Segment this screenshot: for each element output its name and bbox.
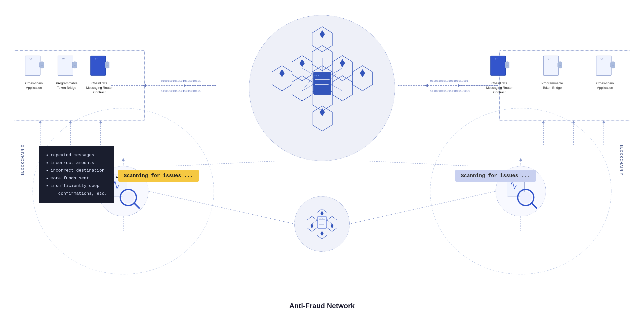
cross-chain-app-left: </> Cross-chain Application xyxy=(20,55,48,90)
blockchain-x-label: BLOCKCHAIN X xyxy=(21,144,24,176)
svg-marker-32 xyxy=(519,158,522,161)
svg-rect-116 xyxy=(543,56,558,75)
svg-text:</>: </> xyxy=(547,58,551,60)
programmable-token-bridge-right-label: Programmable Token Bridge xyxy=(538,81,566,90)
svg-point-126 xyxy=(558,66,562,68)
svg-marker-159 xyxy=(320,231,324,236)
svg-marker-47 xyxy=(292,76,312,101)
cross-chain-app-right: </> Cross-chain Application xyxy=(591,55,619,90)
svg-line-151 xyxy=(532,203,537,208)
issue-item-3: incorrect destination xyxy=(51,167,107,175)
main-title: Anti-Fraud Network xyxy=(289,302,355,310)
blockchain-y-label: BLOCKCHAIN Y xyxy=(620,144,623,175)
svg-line-36 xyxy=(148,191,294,224)
svg-point-82 xyxy=(39,66,44,68)
chainlink-messaging-router-left-label: Chainlink's Messaging Router Contract xyxy=(86,81,113,95)
doc-icon-token-bridge-right: </> xyxy=(542,55,562,79)
svg-line-54 xyxy=(302,78,312,91)
svg-marker-29 xyxy=(122,158,125,161)
svg-text:111001010101011011010101: 111001010101011011010101 xyxy=(161,90,201,93)
svg-rect-94 xyxy=(91,56,106,75)
bottom-center-hex-svg: </> xyxy=(299,201,345,247)
svg-marker-158 xyxy=(331,223,334,228)
svg-point-137 xyxy=(611,66,615,68)
svg-line-39 xyxy=(367,161,470,166)
cross-chain-app-left-label: Cross-chain Application xyxy=(20,81,48,90)
chainlink-messaging-router-right-label: Chainlink's Messaging Router Contract xyxy=(486,81,513,95)
svg-text:</>: </> xyxy=(494,58,498,60)
doc-icon-chainlink-right: </> xyxy=(489,55,509,79)
programmable-token-bridge-left-label: Programmable Token Bridge xyxy=(53,81,80,90)
svg-rect-127 xyxy=(596,56,611,75)
svg-line-144 xyxy=(134,203,139,208)
svg-text:</>: </> xyxy=(600,58,604,60)
svg-line-162 xyxy=(312,220,317,224)
svg-rect-72 xyxy=(25,56,40,75)
doc-icon-token-bridge-left: </> xyxy=(57,55,77,79)
svg-line-38 xyxy=(174,161,277,166)
svg-marker-10 xyxy=(425,84,428,87)
svg-marker-60 xyxy=(360,69,365,77)
svg-marker-45 xyxy=(332,76,352,101)
svg-marker-7 xyxy=(458,84,461,87)
programmable-token-bridge-right: </> Programmable Token Bridge xyxy=(538,55,566,90)
programmable-token-bridge-left: </> Programmable Token Bridge xyxy=(53,55,80,90)
svg-marker-59 xyxy=(320,30,325,38)
doc-icon-chainlink-left: </> xyxy=(89,55,109,79)
svg-text:</>: </> xyxy=(94,58,98,60)
arrow-to-badge xyxy=(106,175,118,180)
svg-marker-61 xyxy=(279,69,285,77)
bottom-center-network-circle: </> xyxy=(294,196,350,252)
svg-marker-62 xyxy=(340,59,345,67)
svg-line-163 xyxy=(327,220,332,224)
svg-rect-105 xyxy=(491,56,506,75)
svg-marker-63 xyxy=(300,59,305,67)
cross-chain-app-right-label: Cross-chain Application xyxy=(591,81,619,90)
svg-point-104 xyxy=(105,66,109,68)
central-network-circle: </> xyxy=(249,15,395,161)
issue-item-1: repeated messages xyxy=(51,151,107,159)
scanning-badge-blue: Scanning for issues ... xyxy=(455,170,536,182)
issue-item-2: incorrect amounts xyxy=(51,159,107,167)
issue-item-4: more funds sent xyxy=(51,175,107,182)
svg-rect-83 xyxy=(58,56,73,75)
chainlink-messaging-router-right: </> Chainlink's Messaging Router Contrac… xyxy=(486,55,513,95)
issue-item-5: insufficiently deep confirmations, etc. xyxy=(51,182,107,197)
issues-box: repeated messages incorrect amounts inco… xyxy=(39,146,114,203)
svg-line-55 xyxy=(332,66,342,78)
svg-point-150 xyxy=(520,191,532,204)
chainlink-messaging-router-left: </> Chainlink's Messaging Router Contrac… xyxy=(86,55,113,95)
doc-icon-cross-chain-right: </> xyxy=(595,55,615,79)
svg-text:</>: </> xyxy=(62,58,65,60)
scanning-badge-yellow: Scanning for issues ... xyxy=(118,170,199,182)
svg-point-93 xyxy=(72,66,77,68)
svg-marker-1 xyxy=(184,84,187,87)
svg-text:</>: </> xyxy=(314,74,319,77)
svg-text:</>: </> xyxy=(29,58,33,60)
svg-text:010011010101010101010101: 010011010101010101010101 xyxy=(161,79,201,83)
hex-network-svg: </> xyxy=(249,15,395,161)
svg-marker-157 xyxy=(310,223,313,228)
svg-point-115 xyxy=(505,66,509,68)
svg-text:</>: </> xyxy=(319,217,323,219)
diagram-container: 010011010101010101010101 111001010101011… xyxy=(0,0,644,320)
svg-text:01001101010101101010101: 01001101010101101010101 xyxy=(430,79,468,83)
svg-text:111001010101111010101001: 111001010101111010101001 xyxy=(430,90,470,93)
svg-marker-156 xyxy=(320,211,324,216)
svg-marker-170 xyxy=(106,176,118,179)
svg-marker-64 xyxy=(320,108,325,116)
svg-line-37 xyxy=(350,191,496,224)
doc-icon-cross-chain-left: </> xyxy=(24,55,44,79)
svg-point-143 xyxy=(122,191,134,204)
